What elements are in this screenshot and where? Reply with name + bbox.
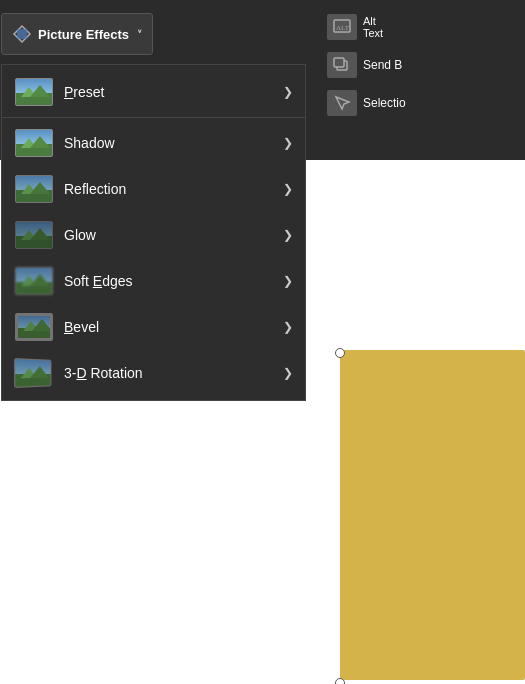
menu-item-3d-rotation[interactable]: 3-D Rotation ❯ — [2, 350, 305, 396]
bevel-icon — [14, 311, 54, 343]
preset-label: Preset — [64, 84, 283, 100]
3d-rotation-arrow: ❯ — [283, 366, 293, 380]
selection-button[interactable]: Selectio — [323, 84, 517, 122]
shadow-icon — [14, 127, 54, 159]
menu-item-glow[interactable]: Glow ❯ — [2, 212, 305, 258]
preset-arrow: ❯ — [283, 85, 293, 99]
menu-item-shadow[interactable]: Shadow ❯ — [2, 120, 305, 166]
send-back-label: Send B — [363, 58, 402, 72]
reflection-icon — [14, 173, 54, 205]
selection-icon — [327, 90, 357, 116]
selection-handle-bot-right[interactable] — [335, 678, 345, 684]
soft-edges-icon — [14, 265, 54, 297]
menu-item-reflection[interactable]: Reflection ❯ — [2, 166, 305, 212]
soft-edges-label: Soft Edges — [64, 273, 283, 289]
divider-1 — [2, 117, 305, 118]
yellow-shape — [340, 350, 525, 680]
3d-rotation-icon — [14, 357, 54, 389]
picture-effects-button[interactable]: Picture Effects ˅ — [1, 13, 153, 55]
soft-edges-arrow: ❯ — [283, 274, 293, 288]
3d-rotation-label: 3-D Rotation — [64, 365, 283, 381]
bevel-label: Bevel — [64, 319, 283, 335]
send-back-button[interactable]: Send B — [323, 46, 517, 84]
alt-text-label: Alt Text — [363, 15, 383, 39]
picture-effects-chevron: ˅ — [137, 29, 142, 40]
shadow-label: Shadow — [64, 135, 283, 151]
picture-effects-label: Picture Effects — [38, 27, 129, 42]
svg-rect-3 — [334, 58, 344, 67]
preset-icon — [14, 76, 54, 108]
svg-text:ALT: ALT — [336, 24, 350, 32]
menu-item-preset[interactable]: Preset ❯ — [2, 69, 305, 115]
picture-effects-menu: Preset ❯ Shadow ❯ Reflection ❯ — [1, 64, 306, 401]
reflection-arrow: ❯ — [283, 182, 293, 196]
selection-label: Selectio — [363, 96, 406, 110]
picture-effects-icon — [12, 24, 32, 44]
selection-handle-mid-right[interactable] — [335, 348, 345, 358]
ribbon-right-panel: ALT Alt Text Send B Selectio — [315, 0, 525, 155]
alt-text-button[interactable]: ALT Alt Text — [323, 8, 517, 46]
shadow-arrow: ❯ — [283, 136, 293, 150]
glow-arrow: ❯ — [283, 228, 293, 242]
bevel-arrow: ❯ — [283, 320, 293, 334]
send-back-icon — [327, 52, 357, 78]
alt-text-icon: ALT — [327, 14, 357, 40]
glow-icon — [14, 219, 54, 251]
svg-rect-5 — [17, 29, 27, 39]
reflection-label: Reflection — [64, 181, 283, 197]
menu-item-bevel[interactable]: Bevel ❯ — [2, 304, 305, 350]
menu-item-soft-edges[interactable]: Soft Edges ❯ — [2, 258, 305, 304]
glow-label: Glow — [64, 227, 283, 243]
